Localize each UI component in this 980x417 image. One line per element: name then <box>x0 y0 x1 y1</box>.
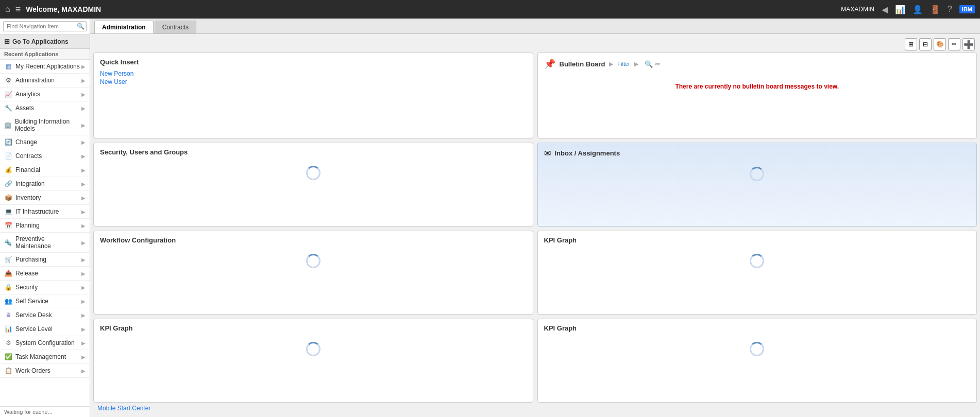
grid-icon: ⊞ <box>4 38 10 45</box>
sidebar-administration-icon: ⚙ <box>4 76 12 84</box>
mobile-start-center-link[interactable]: Mobile Start Center <box>97 405 150 412</box>
sidebar-item-work-orders[interactable]: 📋 Work Orders ▶ <box>0 364 90 378</box>
toolbar-color-button[interactable]: 🎨 <box>934 38 946 50</box>
tab-contracts[interactable]: Contracts <box>155 21 196 33</box>
sidebar-security-chevron: ▶ <box>81 285 86 290</box>
new-person-link[interactable]: New Person <box>100 70 527 77</box>
sidebar-assets-icon: 🔧 <box>4 104 12 112</box>
toolbar-add-button[interactable]: ➕ <box>962 38 975 50</box>
toolbar-edit-button[interactable]: ✏ <box>948 38 960 50</box>
sidebar-assets-label: Assets <box>15 105 34 112</box>
sidebar-item-integration[interactable]: 🔗 Integration ▶ <box>0 177 90 191</box>
sidebar-integration-label: Integration <box>15 180 45 187</box>
sidebar-item-left-service-level: 📊 Service Level <box>4 325 53 333</box>
sidebar-item-preventive-maintenance[interactable]: 🔩 Preventive Maintenance ▶ <box>0 233 90 253</box>
sidebar-item-it-infrastructure[interactable]: 💻 IT Infrastructure ▶ <box>0 205 90 219</box>
sidebar-administration-chevron: ▶ <box>81 78 86 83</box>
search-input[interactable] <box>3 21 87 31</box>
sidebar-footer-status: Waiting for cache... <box>0 406 90 417</box>
bulletin-filter-link[interactable]: Filter <box>617 61 630 67</box>
sidebar-it-infrastructure-icon: 💻 <box>4 207 12 216</box>
chart-icon[interactable]: 📊 <box>895 5 905 14</box>
sidebar-service-level-label: Service Level <box>15 325 53 333</box>
inbox-title: Inbox / Assignments <box>555 149 620 157</box>
sidebar-item-task-management[interactable]: ✅ Task Management ▶ <box>0 350 90 364</box>
sidebar-item-my-recent-apps[interactable]: ▦ My Recent Applications ▶ <box>0 60 90 74</box>
kpi-graph-3-title: KPI Graph <box>544 324 971 332</box>
sidebar-building-info-label: Building Information Models <box>15 118 81 132</box>
sidebar-it-infrastructure-chevron: ▶ <box>81 209 86 215</box>
go-to-applications-button[interactable]: ⊞ Go To Applications <box>0 34 90 49</box>
sidebar-my-recent-apps-icon: ▦ <box>4 62 12 71</box>
bulletin-no-messages: There are currently no bulletin board me… <box>544 73 971 100</box>
sidebar-item-left-it-infrastructure: 💻 IT Infrastructure <box>4 207 59 216</box>
sidebar-planning-label: Planning <box>15 222 40 229</box>
kpi-graph-2-spinner <box>100 336 527 362</box>
sidebar-my-recent-apps-chevron: ▶ <box>81 64 86 70</box>
sidebar-item-inventory[interactable]: 📦 Inventory ▶ <box>0 191 90 205</box>
sidebar-item-service-level[interactable]: 📊 Service Level ▶ <box>0 322 90 336</box>
kpi-graph-1-spinner <box>544 248 971 274</box>
toolbar-add-portlet-button[interactable]: ⊞ <box>905 38 917 50</box>
sidebar-item-left-system-configuration: ⚙ System Configuration <box>4 339 75 347</box>
sidebar-item-system-configuration[interactable]: ⚙ System Configuration ▶ <box>0 336 90 350</box>
sidebar-item-contracts[interactable]: 📄 Contracts ▶ <box>0 149 90 163</box>
workflow-title: Workflow Configuration <box>100 236 527 244</box>
sidebar-item-self-service[interactable]: 👥 Self Service ▶ <box>0 294 90 308</box>
sidebar-item-left-work-orders: 📋 Work Orders <box>4 367 50 375</box>
help-icon[interactable]: ? <box>948 5 952 14</box>
sidebar-item-left-integration: 🔗 Integration <box>4 180 45 188</box>
home-icon[interactable]: ⌂ <box>5 5 10 14</box>
user-profile-icon[interactable]: 👤 <box>913 5 923 14</box>
sidebar-system-configuration-icon: ⚙ <box>4 339 12 347</box>
kpi-graph-1-widget: KPI Graph <box>537 231 977 315</box>
sidebar-item-release[interactable]: 📤 Release ▶ <box>0 267 90 281</box>
security-users-spinner <box>100 160 527 186</box>
sidebar-task-management-label: Task Management <box>15 353 66 360</box>
bulletin-edit-icon[interactable]: ✏ <box>655 60 661 68</box>
sidebar-item-purchasing[interactable]: 🛒 Purchasing ▶ <box>0 253 90 267</box>
sidebar-item-service-desk[interactable]: 🖥 Service Desk ▶ <box>0 308 90 322</box>
quick-insert-widget: Quick Insert New Person New User <box>93 53 533 138</box>
sidebar-service-desk-label: Service Desk <box>15 311 52 319</box>
security-users-groups-widget: Security, Users and Groups <box>93 143 533 227</box>
inbox-header: ✉ Inbox / Assignments <box>544 148 971 158</box>
sidebar-financial-label: Financial <box>15 166 40 173</box>
sidebar-item-left-financial: 💰 Financial <box>4 166 40 174</box>
new-user-link[interactable]: New User <box>100 78 527 85</box>
sidebar-item-security[interactable]: 🔒 Security ▶ <box>0 281 90 294</box>
sidebar-item-analytics[interactable]: 📈 Analytics ▶ <box>0 88 90 101</box>
sidebar-item-left-contracts: 📄 Contracts <box>4 152 42 160</box>
toolbar-layout-button[interactable]: ⊟ <box>919 38 932 50</box>
tab-administration[interactable]: Administration <box>94 21 154 33</box>
logout-icon[interactable]: 🚪 <box>930 5 940 14</box>
kpi-graph-1-title: KPI Graph <box>544 236 971 244</box>
sidebar-building-info-chevron: ▶ <box>81 123 86 128</box>
hamburger-menu-icon[interactable]: ≡ <box>15 4 21 15</box>
sidebar-change-icon: 🔄 <box>4 138 12 146</box>
spinner-circle-inbox <box>750 167 764 181</box>
sidebar-my-recent-apps-label: My Recent Applications <box>15 63 80 70</box>
sidebar-service-desk-chevron: ▶ <box>81 312 86 318</box>
sidebar-item-financial[interactable]: 💰 Financial ▶ <box>0 163 90 177</box>
sidebar-item-assets[interactable]: 🔧 Assets ▶ <box>0 101 90 115</box>
sidebar-item-building-info[interactable]: 🏢 Building Information Models ▶ <box>0 115 90 135</box>
top-navigation-bar: ⌂ ≡ Welcome, MAXADMIN MAXADMIN ◀ 📊 👤 🚪 ?… <box>0 0 980 19</box>
sidebar-item-change[interactable]: 🔄 Change ▶ <box>0 135 90 149</box>
sidebar-purchasing-icon: 🛒 <box>4 255 12 264</box>
sidebar-item-left-my-recent-apps: ▦ My Recent Applications <box>4 62 80 71</box>
flag-icon[interactable]: ◀ <box>882 5 888 14</box>
bulletin-zoom-icon[interactable]: 🔍 <box>645 60 653 68</box>
sidebar-release-icon: 📤 <box>4 269 12 277</box>
sidebar-item-planning[interactable]: 📅 Planning ▶ <box>0 219 90 233</box>
spinner-circle-workflow <box>306 254 320 268</box>
sidebar-building-info-icon: 🏢 <box>4 121 12 129</box>
sidebar-change-label: Change <box>15 138 37 146</box>
sidebar-item-left-assets: 🔧 Assets <box>4 104 34 112</box>
sidebar-service-level-chevron: ▶ <box>81 326 86 332</box>
content-area: Administration Contracts ⊞ ⊟ 🎨 ✏ ➕ Quick… <box>90 19 980 417</box>
sidebar-search-container: 🔍 <box>0 19 90 34</box>
sidebar-item-administration[interactable]: ⚙ Administration ▶ <box>0 74 90 88</box>
tab-bar: Administration Contracts <box>90 19 980 34</box>
sidebar-item-left-purchasing: 🛒 Purchasing <box>4 255 46 264</box>
